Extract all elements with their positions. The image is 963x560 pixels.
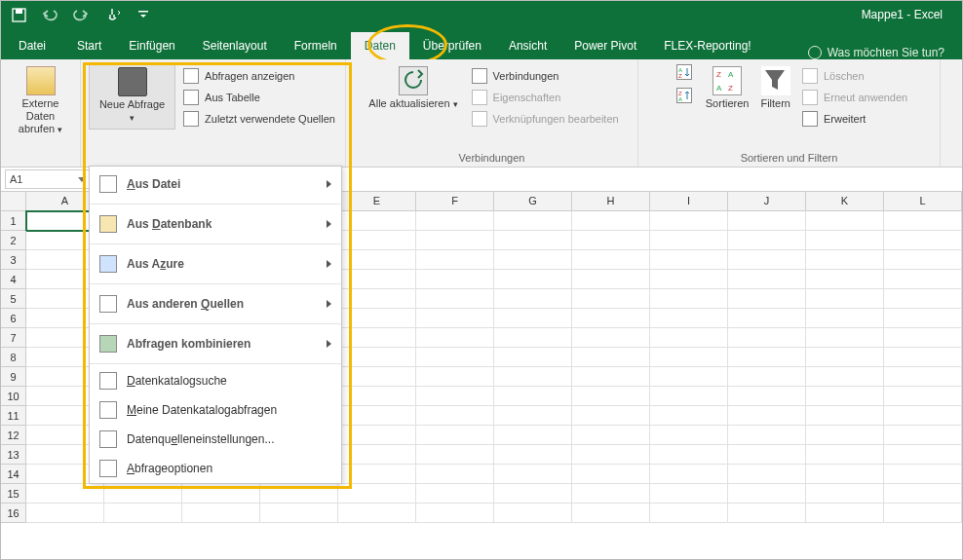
cell[interactable] <box>806 484 884 504</box>
cell[interactable] <box>338 445 416 465</box>
cell[interactable] <box>806 250 884 270</box>
row-header[interactable]: 13 <box>1 445 26 465</box>
cell[interactable] <box>338 231 416 250</box>
cell[interactable] <box>260 504 338 523</box>
qat-customize-icon[interactable] <box>135 7 151 22</box>
cell[interactable] <box>494 250 572 270</box>
cell[interactable] <box>572 387 650 406</box>
cell[interactable] <box>338 328 416 348</box>
cell[interactable] <box>494 231 572 250</box>
aus-tabelle-button[interactable]: Aus Tabelle <box>181 88 337 107</box>
tab-einfuegen[interactable]: Einfügen <box>115 32 188 59</box>
cell[interactable] <box>728 484 806 504</box>
cell[interactable] <box>884 387 962 406</box>
cell[interactable] <box>104 504 182 523</box>
cell[interactable] <box>572 484 650 504</box>
cell[interactable] <box>338 406 416 426</box>
cell[interactable] <box>806 406 884 426</box>
cell[interactable] <box>806 211 884 231</box>
cell[interactable] <box>806 270 884 289</box>
cell[interactable] <box>494 445 572 465</box>
menu-aus-datenbank[interactable]: Aus Datenbank <box>90 206 341 242</box>
cell[interactable] <box>494 348 572 367</box>
row-header[interactable]: 15 <box>1 484 26 504</box>
cell[interactable] <box>182 484 260 504</box>
cell[interactable] <box>416 387 494 406</box>
cell[interactable] <box>416 211 494 231</box>
cell[interactable] <box>650 309 728 328</box>
col-header[interactable]: F <box>416 192 494 210</box>
cell[interactable] <box>884 211 962 231</box>
cell[interactable] <box>728 465 806 484</box>
cell[interactable] <box>806 231 884 250</box>
cell[interactable] <box>494 309 572 328</box>
touch-mode-icon[interactable] <box>104 7 120 22</box>
cell[interactable] <box>494 465 572 484</box>
cell[interactable] <box>338 465 416 484</box>
cell[interactable] <box>572 406 650 426</box>
externe-daten-abrufen-button[interactable]: Externe Daten abrufen ▾ <box>9 62 72 140</box>
cell[interactable] <box>884 445 962 465</box>
row-header[interactable]: 2 <box>1 231 26 250</box>
cell[interactable] <box>806 445 884 465</box>
cell[interactable] <box>416 328 494 348</box>
select-all-corner[interactable] <box>1 192 26 210</box>
cell[interactable] <box>806 348 884 367</box>
cell[interactable] <box>416 445 494 465</box>
menu-aus-azure[interactable]: Aus Azure <box>90 246 341 281</box>
cell[interactable] <box>884 348 962 367</box>
cell[interactable] <box>728 289 806 309</box>
cell[interactable] <box>494 484 572 504</box>
cell[interactable] <box>572 465 650 484</box>
cell[interactable] <box>572 309 650 328</box>
cell[interactable] <box>416 406 494 426</box>
tab-start[interactable]: Start <box>63 32 115 59</box>
cell[interactable] <box>572 504 650 523</box>
cell[interactable] <box>728 348 806 367</box>
verbindungen-button[interactable]: Verbindungen <box>470 66 621 86</box>
sort-desc-button[interactable]: ZA <box>674 86 694 105</box>
cell[interactable] <box>884 250 962 270</box>
cell[interactable] <box>728 426 806 445</box>
cell[interactable] <box>884 367 962 387</box>
cell[interactable] <box>650 426 728 445</box>
tab-powerpivot[interactable]: Power Pivot <box>560 32 650 59</box>
cell[interactable] <box>338 504 416 523</box>
neue-abfrage-button[interactable]: Neue Abfrage ▾ <box>89 62 175 130</box>
cell[interactable] <box>728 328 806 348</box>
filtern-button[interactable]: Filtern <box>754 62 796 114</box>
cell[interactable] <box>338 250 416 270</box>
cell[interactable] <box>650 231 728 250</box>
cell[interactable] <box>884 406 962 426</box>
cell[interactable] <box>728 250 806 270</box>
cell[interactable] <box>650 504 728 523</box>
menu-abfragen-kombinieren[interactable]: Abfragen kombinieren <box>90 326 341 361</box>
cell[interactable] <box>416 250 494 270</box>
cell[interactable] <box>728 367 806 387</box>
cell[interactable] <box>416 504 494 523</box>
cell[interactable] <box>338 289 416 309</box>
redo-icon[interactable] <box>73 7 89 22</box>
cell[interactable] <box>182 504 260 523</box>
sort-asc-button[interactable]: AZ <box>674 62 694 82</box>
row-header[interactable]: 10 <box>1 387 26 406</box>
tab-daten[interactable]: Daten <box>351 32 409 59</box>
tab-seitenlayout[interactable]: Seitenlayout <box>189 32 281 59</box>
cell[interactable] <box>650 211 728 231</box>
tab-flex[interactable]: FLEX-Reporting! <box>650 32 764 59</box>
cell[interactable] <box>884 328 962 348</box>
cell[interactable] <box>104 484 182 504</box>
row-header[interactable]: 4 <box>1 270 26 289</box>
tab-formeln[interactable]: Formeln <box>281 32 351 59</box>
cell[interactable] <box>650 348 728 367</box>
cell[interactable] <box>806 289 884 309</box>
row-header[interactable]: 9 <box>1 367 26 387</box>
cell[interactable] <box>416 426 494 445</box>
cell[interactable] <box>416 309 494 328</box>
alle-aktualisieren-button[interactable]: Alle aktualisieren ▾ <box>363 62 463 115</box>
cell[interactable] <box>728 309 806 328</box>
row-header[interactable]: 6 <box>1 309 26 328</box>
cell[interactable] <box>884 309 962 328</box>
cell[interactable] <box>884 289 962 309</box>
menu-datenquelleneinstellungen[interactable]: Datenquelleneinstellungen... <box>90 425 341 454</box>
